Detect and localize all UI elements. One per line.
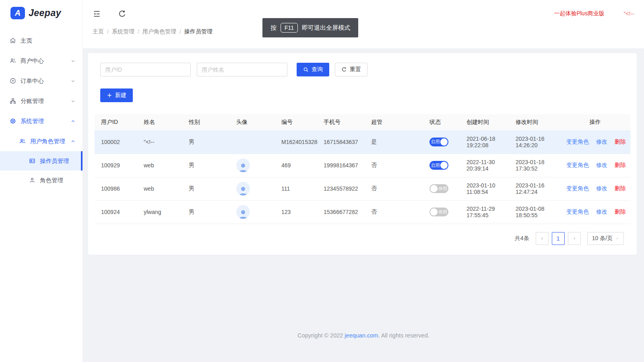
delete-link[interactable]: 删除 [615, 162, 626, 168]
delete-link[interactable]: 删除 [615, 138, 626, 145]
avatar[interactable] [609, 8, 620, 19]
sidebar-item-home[interactable]: 主页 [0, 31, 83, 51]
edit-link[interactable]: 修改 [596, 162, 607, 168]
toast-suffix: 即可退出全屏模式 [302, 24, 350, 32]
status-toggle[interactable]: 停用 [429, 208, 448, 216]
sidebar-item-system-management[interactable]: 系统管理 [0, 111, 83, 131]
table-row: 100002 "<!-- 男 M1624015328 16715843637 是… [95, 130, 630, 154]
apartment-icon [10, 98, 16, 104]
chevron-down-icon [71, 79, 75, 83]
status-toggle[interactable]: 启用 [429, 138, 448, 146]
brand-name: Jeepay [29, 8, 61, 19]
change-role-link[interactable]: 变更角色 [566, 185, 589, 191]
col-super: 超管 [365, 114, 423, 130]
refresh-icon[interactable] [118, 10, 126, 18]
col-actions: 操作 [560, 114, 630, 130]
table-row: 100929 web 男 469 19998164367 否 启用 2022-1… [95, 154, 630, 177]
current-username[interactable]: "<!-- [624, 10, 634, 17]
toast-prefix: 按 [270, 24, 277, 32]
edit-link[interactable]: 修改 [596, 208, 607, 215]
chevron-up-icon [71, 119, 75, 123]
chevron-down-icon [71, 99, 75, 103]
breadcrumb-separator: / [180, 29, 181, 35]
reset-button[interactable]: 重置 [335, 63, 367, 76]
chevron-up-icon [71, 139, 75, 144]
pagination: 共4条 1 10 条/页 [95, 232, 630, 245]
content-card: 查询 重置 新建 用户ID 姓名 性别 头像 [88, 53, 637, 255]
main-area: 一起体验Plus商业版 "<!-- 主页 / 系统管理 / 用户角色管理 / 操… [83, 0, 644, 362]
team-icon [10, 58, 16, 64]
breadcrumb-user-role[interactable]: 用户角色管理 [142, 28, 176, 35]
toggle-knob [440, 162, 448, 169]
status-toggle[interactable]: 启用 [429, 161, 448, 170]
sidebar-item-merchant-center[interactable]: 商户中心 [0, 51, 83, 71]
operators-table: 用户ID 姓名 性别 头像 编号 手机号 超管 状态 创建时间 修改时间 操作 … [95, 114, 630, 224]
breadcrumb-separator: / [107, 29, 109, 35]
search-icon [303, 67, 309, 72]
next-page-button[interactable] [568, 232, 581, 245]
change-role-link[interactable]: 变更角色 [566, 162, 589, 168]
plus-icon [107, 93, 112, 98]
chevron-down-icon [71, 59, 75, 63]
page-1-button[interactable]: 1 [552, 232, 565, 245]
user-id-input[interactable] [100, 63, 191, 76]
table-header-row: 用户ID 姓名 性别 头像 编号 手机号 超管 状态 创建时间 修改时间 操作 [95, 114, 630, 130]
f11-key: F11 [281, 23, 298, 33]
edit-link[interactable]: 修改 [596, 185, 607, 191]
breadcrumb-separator: / [138, 29, 139, 35]
gear-icon [10, 118, 16, 124]
avatar [236, 182, 250, 195]
toggle-knob [440, 138, 448, 146]
col-avatar: 头像 [230, 114, 275, 130]
table-row: 100986 web 男 111 12345578922 否 停用 2023-0… [95, 177, 630, 200]
col-created: 创建时间 [460, 114, 509, 130]
edit-link[interactable]: 修改 [596, 138, 607, 145]
transaction-icon [10, 78, 16, 84]
col-updated: 修改时间 [509, 114, 560, 130]
home-icon [10, 37, 16, 44]
new-button[interactable]: 新建 [100, 88, 133, 102]
jeequan-link[interactable]: jeequan.com [345, 332, 378, 339]
status-toggle[interactable]: 停用 [429, 184, 448, 193]
breadcrumb: 主页 / 系统管理 / 用户角色管理 / 操作员管理 [93, 28, 634, 35]
sidebar-item-user-role-management[interactable]: 用户角色管理 [0, 131, 83, 151]
avatar [236, 135, 250, 149]
topbar: 一起体验Plus商业版 "<!-- 主页 / 系统管理 / 用户角色管理 / 操… [83, 0, 644, 48]
sidebar-item-split-management[interactable]: 分账管理 [0, 91, 83, 111]
menu-fold-icon[interactable] [93, 10, 101, 18]
avatar [236, 205, 250, 219]
chevron-down-icon [615, 237, 619, 241]
search-form: 查询 重置 [100, 63, 630, 76]
sidebar-item-order-center[interactable]: 订单中心 [0, 71, 83, 91]
col-no: 编号 [275, 114, 317, 130]
change-role-link[interactable]: 变更角色 [566, 138, 589, 145]
delete-link[interactable]: 删除 [615, 208, 626, 215]
chevron-right-icon [572, 236, 577, 241]
user-name-input[interactable] [197, 63, 287, 76]
brand-logo[interactable]: A Jeepay [0, 0, 83, 26]
sidebar-nav: 主页 商户中心 订单中心 分账管理 [0, 26, 83, 190]
col-gender: 性别 [182, 114, 230, 130]
col-phone: 手机号 [317, 114, 365, 130]
breadcrumb-current: 操作员管理 [184, 28, 213, 35]
delete-link[interactable]: 删除 [615, 185, 626, 191]
footer-copyright: Copyright © 2022 jeequan.com. All rights… [83, 332, 644, 339]
col-name: 姓名 [137, 114, 182, 130]
col-user-id: 用户ID [95, 114, 137, 130]
plus-version-link[interactable]: 一起体验Plus商业版 [554, 10, 604, 17]
breadcrumb-system[interactable]: 系统管理 [112, 28, 134, 35]
total-count: 共4条 [515, 235, 529, 242]
change-role-link[interactable]: 变更角色 [566, 208, 589, 215]
toggle-knob [430, 185, 438, 192]
page-size-select[interactable]: 10 条/页 [587, 232, 624, 245]
prev-page-button[interactable] [536, 232, 549, 245]
breadcrumb-home[interactable]: 主页 [93, 28, 104, 35]
query-button[interactable]: 查询 [297, 63, 329, 76]
idcard-icon [29, 158, 35, 164]
sidebar-item-role-management[interactable]: 角色管理 [0, 171, 83, 190]
sidebar: A Jeepay 主页 商户中心 订单中心 [0, 0, 83, 362]
fullscreen-exit-toast: 按 F11 即可退出全屏模式 [262, 18, 358, 37]
reload-icon [341, 67, 347, 72]
table-row: 100924 ylwang 男 123 15366677282 否 停用 202… [95, 200, 630, 224]
sidebar-item-operator-management[interactable]: 操作员管理 [0, 151, 83, 171]
